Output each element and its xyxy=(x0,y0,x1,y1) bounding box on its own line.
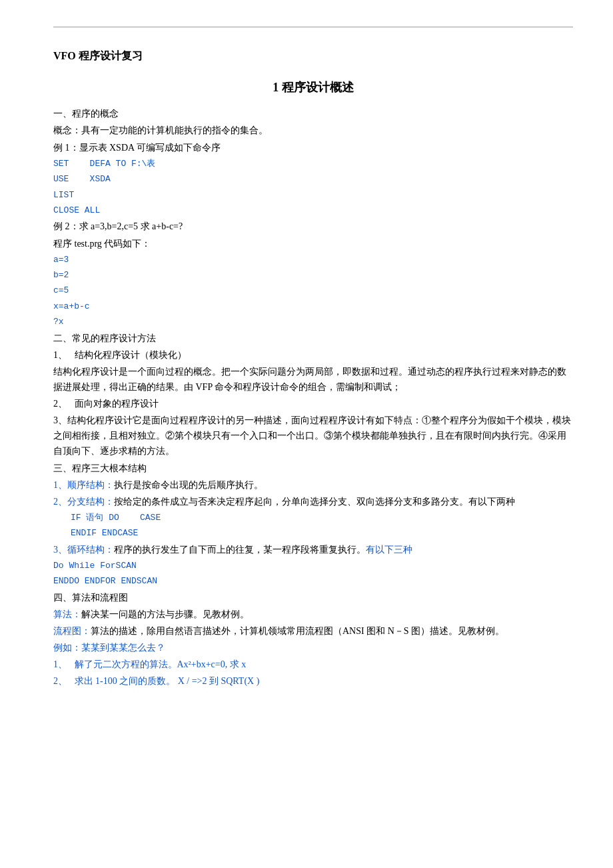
code-line: b=2 xyxy=(53,268,573,282)
paragraph: 一、程序的概念 xyxy=(53,106,573,121)
paragraph: 3、循环结构：程序的执行发生了自下而上的往复，某一程序段将重复执行。有以下三种 xyxy=(53,542,573,557)
paragraph: 1、 结构化程序设计（模块化） xyxy=(53,347,573,363)
paragraph: 3、结构化程序设计它是面向过程程序设计的另一种描述，面向过程程序设计有如下特点：… xyxy=(53,413,573,459)
inline-black-text: 执行是按命令出现的先后顺序执行。 xyxy=(114,480,263,490)
code-line: USE XSDA xyxy=(53,172,573,186)
paragraph: 二、常见的程序设计方法 xyxy=(53,331,573,346)
paragraph: 2、分支结构：按给定的条件成立与否来决定程序起向，分单向选择分支、双向选择分支和… xyxy=(53,494,573,509)
code-line: SET DEFA TO F:\表 xyxy=(53,157,573,171)
paragraph: 概念：具有一定功能的计算机能执行的指令的集合。 xyxy=(53,123,573,138)
code-line: LIST xyxy=(53,188,573,202)
code-line: ?x xyxy=(53,315,573,329)
paragraph: 1、 解了元二次方程的算法。Ax²+bx+c=0, 求 x xyxy=(53,657,573,672)
paragraph: 例如：某某到某某怎么去？ xyxy=(53,640,573,655)
code-line: x=a+b-c xyxy=(53,299,573,313)
code-line: c=5 xyxy=(53,283,573,297)
code-line: a=3 xyxy=(53,253,573,267)
paragraph: 2、 面向对象的程序设计 xyxy=(53,396,573,411)
paragraph: 结构化程序设计是一个面向过程的概念。把一个实际问题分为两局部，即数据和过程。通过… xyxy=(53,364,573,395)
inline-black-text: 程序的执行发生了自下而上的往复，某一程序段将重复执行。 xyxy=(114,545,366,555)
section1-heading-text: 1 程序设计概述 xyxy=(273,81,354,94)
title-text: VFO 程序设计复习 xyxy=(53,50,143,61)
code-close-all: CLOSE ALL xyxy=(53,203,573,217)
code-line: ENDDO ENDFOR ENDSCAN xyxy=(53,574,573,588)
inline-black-text: 按给定的条件成立与否来决定程序起向，分单向选择分支、双向选择分支和多路分支。有以… xyxy=(114,497,515,507)
paragraph: 1、顺序结构：执行是按命令出现的先后顺序执行。 xyxy=(53,477,573,493)
paragraph: 2、 求出 1-100 之间的质数。 X / =>2 到 SQRT(X ) xyxy=(53,673,573,689)
paragraph: 算法：解决某一问题的方法与步骤。见教材例。 xyxy=(53,607,573,622)
code-line: IF 语句 DO CASE xyxy=(71,511,573,525)
paragraph: 程序 test.prg 代码如下： xyxy=(53,236,573,251)
paragraph: 流程图：算法的描述，除用自然语言描述外，计算机领域常用流程图（ANSI 图和 N… xyxy=(53,623,573,639)
paragraph: 例 2：求 a=3,b=2,c=5 求 a+b-c=? xyxy=(53,219,573,234)
inline-blue-text: 2、分支结构： xyxy=(53,497,114,507)
code-line: Do While ForSCAN xyxy=(53,559,573,573)
inline-blue-text: 流程图： xyxy=(53,626,91,636)
section-heading: 1 程序设计概述 xyxy=(53,78,573,97)
section1-content: 一、程序的概念 概念：具有一定功能的计算机能执行的指令的集合。 例 1：显示表 … xyxy=(53,106,573,689)
paragraph: 四、算法和流程图 xyxy=(53,590,573,605)
paragraph: 三、程序三大根本结构 xyxy=(53,461,573,476)
inline-blue-text: 1、顺序结构： xyxy=(53,480,114,490)
inline-black-text: 解决某一问题的方法与步骤。见教材例。 xyxy=(81,609,249,619)
paragraph: 例 1：显示表 XSDA 可编写成如下命令序 xyxy=(53,140,573,155)
inline-black-text: 算法的描述，除用自然语言描述外，计算机领域常用流程图（ANSI 图和 N－S 图… xyxy=(91,626,504,636)
inline-blue-suffix: 有以下三种 xyxy=(366,545,412,555)
document-title: VFO 程序设计复习 xyxy=(53,47,573,65)
inline-blue-text: 算法： xyxy=(53,609,81,619)
code-line: ENDIF ENDCASE xyxy=(71,526,573,540)
top-divider xyxy=(53,27,573,27)
inline-blue-text: 3、循环结构： xyxy=(53,545,114,555)
